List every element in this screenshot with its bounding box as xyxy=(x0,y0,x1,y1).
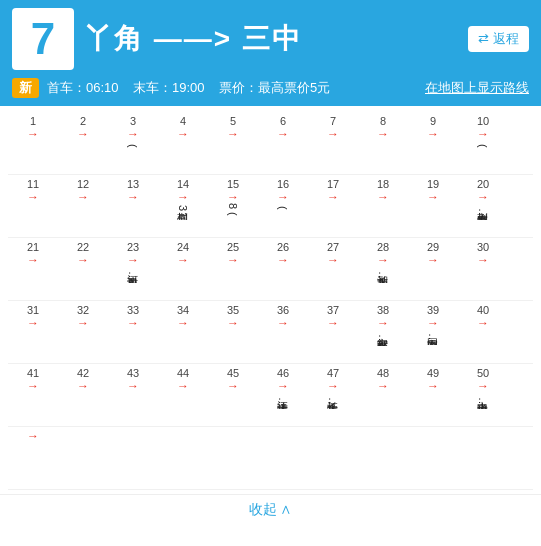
stop-name: 关沮三组路口 xyxy=(127,329,139,335)
stop-item[interactable]: 3→小郑家台( xyxy=(108,114,158,172)
stop-name: 楞场 xyxy=(27,266,39,268)
stop-item[interactable]: 32→关沮三组路口 xyxy=(58,303,108,361)
stop-item[interactable]: 7→台林 xyxy=(308,114,358,172)
stop-arrow-icon: → xyxy=(277,380,289,392)
stop-item[interactable]: 49→美佳华 xyxy=(408,366,458,424)
stop-item[interactable]: 14→荆州31路 xyxy=(158,177,208,235)
stop-arrow-icon: → xyxy=(27,380,39,392)
stop-item[interactable]: 45→江津客运站 xyxy=(208,366,258,424)
stop-name: 江汉北路张沟村 xyxy=(477,329,489,336)
return-button[interactable]: ⇄ 返程 xyxy=(468,26,529,52)
stop-name: 荆州万树木 xyxy=(127,203,139,208)
stop-name: 长湖花木大… xyxy=(377,266,389,283)
stop-item[interactable]: 34→十号组 xyxy=(158,303,208,361)
stop-item[interactable]: 35→关沮五组 xyxy=(208,303,258,361)
stop-name: 中央大道地… xyxy=(477,392,489,409)
stop-item[interactable]: 13→荆州万树木 xyxy=(108,177,158,235)
stop-name: 佳子楼业( xyxy=(477,140,489,149)
stop-name: 航空路 xyxy=(377,392,389,395)
map-link[interactable]: 在地图上显示路线 xyxy=(425,79,529,97)
stop-arrow-icon: → xyxy=(177,191,189,203)
stop-name: 美佳华 xyxy=(427,392,439,395)
stop-item[interactable]: 8→鹤湖大酒店 xyxy=(358,114,408,172)
stop-item[interactable]: 47→长江大学沙… xyxy=(308,366,358,424)
stop-arrow-icon: → xyxy=(327,191,339,203)
stop-item[interactable]: 2→丫角 xyxy=(58,114,108,172)
stop-item[interactable]: 16→渔阳招( xyxy=(258,177,308,235)
stop-row-4: 41→五中42→蛇入山43→济生堂大药房44→江津郑站45→江津客运站46→江津… xyxy=(8,364,533,427)
stop-item[interactable]: 46→江津大学沙… xyxy=(258,366,308,424)
stop-item[interactable]: 38→安家驾机动… xyxy=(358,303,408,361)
stop-item[interactable]: 41→五中 xyxy=(8,366,58,424)
stop-item[interactable]: 28→长湖花木大… xyxy=(358,240,408,298)
stop-name: 花拾一组 xyxy=(377,203,389,207)
stop-item[interactable]: 37→同心村 xyxy=(308,303,358,361)
stop-name: 泥湖湖 xyxy=(277,140,289,143)
stop-item[interactable]: 39→国家电网… xyxy=(408,303,458,361)
stop-item[interactable]: 30→关沮二组 xyxy=(458,240,508,298)
stop-item[interactable]: 1→丫角 xyxy=(8,114,58,172)
stop-arrow-icon: → xyxy=(227,380,239,392)
stop-arrow-icon: → xyxy=(177,380,189,392)
stop-arrow-icon: → xyxy=(227,254,239,266)
ticket-price: 票价：最高票价5元 xyxy=(219,80,330,95)
stop-item[interactable]: 43→济生堂大药房 xyxy=(108,366,158,424)
stop-item[interactable]: 50→中央大道地… xyxy=(458,366,508,424)
stop-name: 关沮五组 xyxy=(227,329,239,333)
stop-item[interactable]: 25→向地 xyxy=(208,240,258,298)
stop-arrow-icon: → xyxy=(77,254,89,266)
stop-name: 河边村卫生… xyxy=(127,266,139,283)
stop-item[interactable]: 36→材料大市场 xyxy=(258,303,308,361)
stop-item[interactable]: 15→8国道(招 xyxy=(208,177,258,235)
stop-arrow-icon: → xyxy=(277,317,289,329)
stop-name: 关沮三组路口 xyxy=(77,329,89,335)
stop-arrow-icon: → xyxy=(177,317,189,329)
stop-row-1: 11→向湖12→观音桥头站13→荆州万树木14→荆州31路15→8国道(招16→… xyxy=(8,175,533,238)
stop-item[interactable]: 19→花拾回组 xyxy=(408,177,458,235)
stop-name: 龙龙集团 xyxy=(277,266,289,270)
stop-row-5: →三中 xyxy=(8,427,533,490)
stop-row-0: 1→丫角2→丫角3→小郑家台(4→黄陵5→黄陵村二号6→泥湖湖7→台林8→鹤湖大… xyxy=(8,112,533,175)
stop-name: 黄陵村二号 xyxy=(227,140,239,145)
stop-item[interactable]: →三中 xyxy=(8,429,58,487)
stop-name: 丫角 xyxy=(27,140,39,142)
stop-arrow-icon: → xyxy=(177,128,189,140)
stop-item[interactable]: 23→河边村卫生… xyxy=(108,240,158,298)
stop-item[interactable]: 24→河边站 xyxy=(158,240,208,298)
stop-name: 楞场 xyxy=(77,266,89,268)
stop-arrow-icon: → xyxy=(77,191,89,203)
stop-name: 关沮路口 xyxy=(427,266,439,270)
stop-item[interactable]: 18→花拾一组 xyxy=(358,177,408,235)
stop-item[interactable]: 31→关沮二组 xyxy=(8,303,58,361)
stop-arrow-icon: → xyxy=(127,254,139,266)
stop-name: 花拾回组 xyxy=(427,203,439,207)
stop-arrow-icon: → xyxy=(477,317,489,329)
stop-item[interactable]: 17→花拾二组 xyxy=(308,177,358,235)
stop-name: 渔阳招( xyxy=(277,203,289,211)
stop-item[interactable]: 22→楞场 xyxy=(58,240,108,298)
stop-item[interactable]: 42→蛇入山 xyxy=(58,366,108,424)
stop-arrow-icon: → xyxy=(127,380,139,392)
stop-item[interactable]: 21→楞场 xyxy=(8,240,58,298)
stop-item[interactable]: 33→关沮三组路口 xyxy=(108,303,158,361)
collapse-button[interactable]: 收起 ∧ xyxy=(249,501,293,519)
stop-item[interactable]: 4→黄陵 xyxy=(158,114,208,172)
stop-item[interactable]: 48→航空路 xyxy=(358,366,408,424)
stop-arrow-icon: → xyxy=(77,317,89,329)
stop-item[interactable]: 10→佳子楼业( xyxy=(458,114,508,172)
stop-item[interactable]: 27→长湖站 xyxy=(308,240,358,298)
route-title: 丫角 ——> 三中 xyxy=(84,20,458,58)
stop-item[interactable]: 11→向湖 xyxy=(8,177,58,235)
stop-item[interactable]: 26→龙龙集团 xyxy=(258,240,308,298)
stop-item[interactable]: 6→泥湖湖 xyxy=(258,114,308,172)
stop-item[interactable]: 20→荆州农畜银… xyxy=(458,177,508,235)
stop-name: 关沮二组 xyxy=(477,266,489,270)
stop-item[interactable]: 5→黄陵村二号 xyxy=(208,114,258,172)
stop-item[interactable]: 44→江津郑站 xyxy=(158,366,208,424)
stop-item[interactable]: 12→观音桥头站 xyxy=(58,177,108,235)
stop-item[interactable]: 9→抢杆 xyxy=(408,114,458,172)
stop-arrow-icon: → xyxy=(27,317,39,329)
stop-item[interactable]: 29→关沮路口 xyxy=(408,240,458,298)
stop-name: 荆州31路 xyxy=(177,203,189,220)
stop-item[interactable]: 40→江汉北路张沟村 xyxy=(458,303,508,361)
